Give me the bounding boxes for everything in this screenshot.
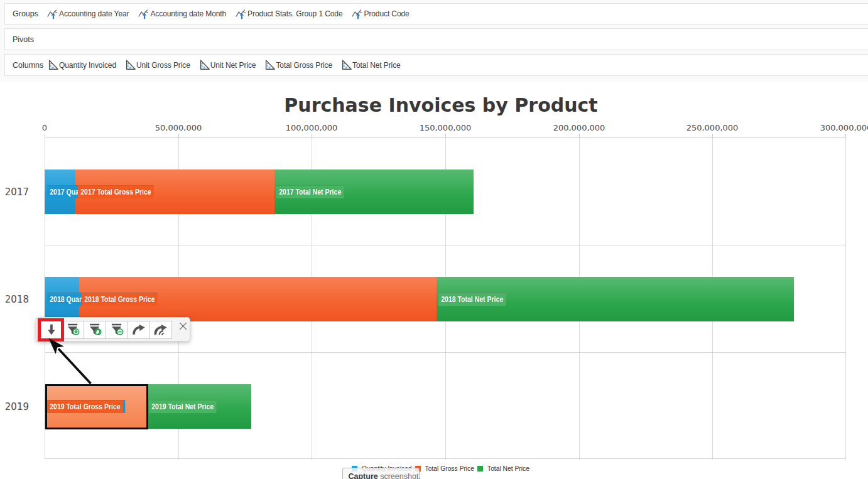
- close-icon[interactable]: [178, 321, 188, 331]
- legend-label: Total Gross Price: [425, 465, 474, 472]
- axis-tick: [45, 134, 45, 137]
- columns-row-label: Columns: [13, 61, 47, 70]
- measure-pin-icon: [236, 9, 246, 19]
- set-square-icon: [340, 60, 351, 70]
- field-item-unit-gross-price[interactable]: Unit Gross Price: [124, 60, 190, 70]
- redo-all-arrow-button[interactable]: [149, 321, 172, 339]
- groups-row-items: Accounting date YearAccounting date Mont…: [47, 9, 419, 19]
- field-item-label: Unit Net Price: [210, 61, 256, 70]
- field-row-groups: Groups Accounting date YearAccounting da…: [4, 3, 868, 24]
- field-row-pivots: Pivots: [4, 28, 868, 50]
- filter-add-button[interactable]: [62, 321, 84, 339]
- field-panel: Groups Accounting date YearAccounting da…: [0, 0, 868, 82]
- measure-pin-icon: [138, 9, 149, 19]
- bar-label: 2017 Total Gross Price: [78, 185, 154, 199]
- axis-tick: [579, 134, 580, 137]
- redo-arrow-icon: [132, 323, 146, 336]
- selected-bar-outline: [45, 384, 148, 429]
- x-axis-label: 150,000,000: [420, 123, 472, 132]
- legend-swatch-icon: [477, 466, 483, 471]
- category-label-2018: 2018: [3, 294, 29, 305]
- capture-screenshot-tooltip: Capture screenshot.: [342, 468, 420, 479]
- field-row-columns: Columns Quantity InvoicedUnit Gross Pric…: [4, 54, 868, 76]
- measure-pin-icon: [47, 9, 58, 19]
- field-item-total-net-price[interactable]: Total Net Price: [340, 60, 401, 70]
- category-label-2019: 2019: [3, 401, 29, 412]
- field-item-accounting-date-month[interactable]: Accounting date Month: [138, 9, 226, 19]
- chart-legend: Quantity InvoicedTotal Gross PriceTotal …: [0, 465, 868, 472]
- x-axis-label: 100,000,000: [286, 123, 338, 132]
- set-square-icon: [124, 60, 135, 70]
- measure-pin-icon: [352, 9, 362, 19]
- tooltip-bold-text: Capture: [349, 472, 378, 479]
- filter-refresh-button[interactable]: [84, 321, 106, 339]
- x-axis-label: 300,000,000: [820, 123, 868, 132]
- chart-title: Purchase Invoices by Product: [0, 94, 868, 116]
- field-item-quantity-invoiced[interactable]: Quantity Invoiced: [47, 60, 116, 70]
- axis-tick: [845, 134, 846, 137]
- row-separator: [45, 352, 846, 353]
- filter-refresh-icon: [89, 323, 102, 336]
- x-axis-label: 50,000,000: [155, 123, 202, 132]
- redo-all-arrow-icon: [154, 323, 168, 336]
- axis-tick: [178, 134, 179, 137]
- axis-tick: [312, 134, 312, 137]
- columns-row-items: Quantity InvoicedUnit Gross PriceUnit Ne…: [47, 60, 409, 70]
- bar-label: 2017 Total Net Price: [276, 185, 344, 199]
- set-square-icon: [47, 60, 58, 70]
- field-item-label: Accounting date Year: [59, 9, 129, 18]
- redo-arrow-button[interactable]: [127, 321, 150, 339]
- pivots-row-label: Pivots: [13, 35, 47, 44]
- plot-area: 2017 Quantity Invoiced2017 Total Gross P…: [45, 137, 846, 459]
- set-square-icon: [198, 60, 209, 70]
- groups-row-label: Groups: [13, 9, 47, 18]
- bar-label: 2018 Total Net Price: [438, 293, 506, 306]
- tooltip-rest-text: screenshot.: [378, 472, 421, 479]
- legend-label: Total Net Price: [487, 465, 529, 472]
- legend-item-tnp[interactable]: Total Net Price: [477, 465, 529, 472]
- field-item-label: Total Gross Price: [276, 61, 332, 70]
- axis-tick: [445, 134, 446, 137]
- field-item-product-code[interactable]: Product Code: [352, 9, 409, 19]
- field-item-label: Accounting date Month: [150, 9, 226, 18]
- red-highlight-annotation: [38, 318, 64, 342]
- x-axis-label: 250,000,000: [686, 123, 739, 132]
- bar-label: 2019 Total Net Price: [149, 400, 216, 414]
- axis-tick: [712, 134, 713, 137]
- chart-panel: Purchase Invoices by Product 2017 Quanti…: [0, 82, 868, 479]
- x-axis-label: 0: [42, 123, 47, 132]
- gridline: [845, 137, 846, 460]
- field-item-product-stats-group-1-code[interactable]: Product Stats. Group 1 Code: [236, 9, 342, 19]
- field-item-label: Unit Gross Price: [136, 61, 190, 70]
- filter-remove-button[interactable]: [106, 321, 128, 339]
- field-item-label: Quantity Invoiced: [59, 61, 116, 70]
- field-item-label: Product Code: [364, 9, 409, 18]
- set-square-icon: [264, 60, 274, 70]
- bar-label: 2018 Total Gross Price: [82, 293, 158, 306]
- row-separator: [45, 245, 846, 245]
- field-item-label: Total Net Price: [352, 61, 401, 70]
- category-label-2017: 2017: [3, 186, 29, 198]
- filter-add-icon: [67, 323, 80, 336]
- field-item-total-gross-price[interactable]: Total Gross Price: [264, 60, 332, 70]
- filter-remove-icon: [111, 323, 124, 336]
- x-axis-label: 200,000,000: [553, 123, 605, 132]
- legend-item-tgp[interactable]: Total Gross Price: [415, 465, 474, 472]
- field-item-accounting-date-year[interactable]: Accounting date Year: [47, 9, 129, 19]
- field-item-unit-net-price[interactable]: Unit Net Price: [198, 60, 256, 70]
- field-item-label: Product Stats. Group 1 Code: [247, 9, 342, 18]
